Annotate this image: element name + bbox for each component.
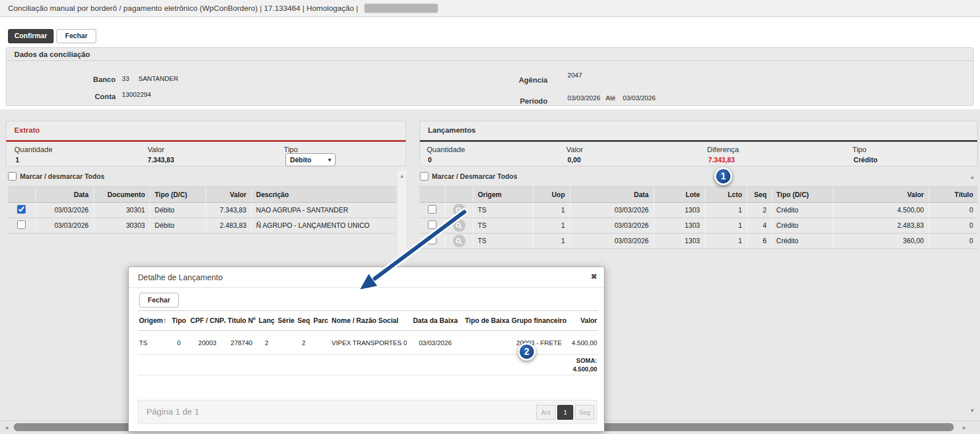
extrato-valor-label: Valor <box>148 145 164 154</box>
cell-lote: 1303 <box>654 234 705 249</box>
lanc-valor-label: Valor <box>566 145 583 154</box>
extrato-col-valor: Valor <box>206 187 251 203</box>
banco-name: SANTANDER <box>138 75 178 82</box>
cell-nome: VIPEX TRANSPORTES 008 1/2 <box>330 331 407 355</box>
col-titulo-no: Título Nº <box>226 311 258 331</box>
zoom-detail-button[interactable] <box>453 219 466 232</box>
cell-valor: 2.483,83 <box>833 218 929 234</box>
scroll-up-icon[interactable]: ▲ <box>970 174 975 180</box>
scroll-right-icon[interactable]: ► <box>962 425 967 431</box>
lanc-col-titulo: Título <box>929 187 978 203</box>
pagination-next-button[interactable]: Seg <box>575 405 594 420</box>
cell-lcto: 1 <box>705 203 747 218</box>
pagination-page-1-button[interactable]: 1 <box>557 405 573 420</box>
lanc-marcar-label: Marcar / Desmarcar Todos <box>432 173 517 181</box>
extrato-marcar-label: Marcar / desmarcar Todos <box>20 173 105 181</box>
annotation-badge-1: 1 <box>714 167 732 185</box>
pagination-prev-button[interactable]: Ant <box>536 405 556 420</box>
cell-tipo: 0 <box>169 331 189 355</box>
col-origem-label: Origem <box>139 317 163 325</box>
conta-label: Conta <box>70 92 116 101</box>
extrato-rule <box>6 140 406 142</box>
extrato-col-check <box>8 187 35 203</box>
cell-tipo: Crédito <box>771 203 833 218</box>
magnifier-icon <box>455 238 463 245</box>
magnifier-icon <box>455 207 463 214</box>
col-nome: Nome / Razão Social <box>330 311 407 331</box>
window-title-bar: Conciliação manual por borderô / pagamen… <box>0 0 980 17</box>
page-title: Conciliação manual por borderô / pagamen… <box>8 4 358 13</box>
redacted-text <box>365 4 438 13</box>
lanc-col-tipo: Tipo (D/C) <box>771 187 833 203</box>
lancamentos-panel: Lançamentos Quantidade 0 Valor 0,00 Dife… <box>419 121 978 166</box>
extrato-quantidade-value: 1 <box>15 156 19 164</box>
cell-data: 03/03/2026 <box>35 203 93 218</box>
lancamentos-table: Origem Uop Data Lote Lcto Seq Tipo (D/C)… <box>419 186 978 249</box>
lanc-row-checkbox[interactable] <box>428 220 436 229</box>
fechar-button[interactable]: Fechar <box>56 29 96 43</box>
lanc-valor-value: 0,00 <box>567 156 581 164</box>
table-row[interactable]: 03/03/2026 30301 Débito 7.343,83 NAO AGR… <box>8 203 397 218</box>
extrato-tipo-select[interactable]: Débito ▾ <box>285 153 336 166</box>
table-row[interactable]: TS 1 03/03/2026 1303 1 6 Crédito 360,00 … <box>419 234 978 249</box>
lanc-marcar-checkbox[interactable] <box>420 172 428 181</box>
cell-data: 03/03/2026 <box>570 203 654 218</box>
cell-tipo: Crédito <box>771 218 833 234</box>
pagination-bar: Página 1 de 1 Ant 1 Seg <box>138 400 597 424</box>
zoom-detail-button[interactable] <box>453 235 466 247</box>
cell-data-baixa: 03/03/2026 <box>407 331 464 355</box>
col-tipo: Tipo <box>169 311 189 331</box>
col-origem-sortable[interactable]: Origem↑ <box>138 311 169 331</box>
lanc-tipo-label: Tipo <box>852 145 867 154</box>
lancamentos-rule <box>420 140 977 142</box>
cell-descricao: Ñ AGRUPO - LANÇAMENTO UNICO <box>251 218 397 234</box>
cell-lote: 1303 <box>654 218 705 234</box>
lanc-row-checkbox[interactable] <box>428 236 436 244</box>
cell-data: 03/03/2026 <box>570 218 654 234</box>
dados-panel-title: Dados da conciliação <box>6 48 973 61</box>
col-data-baixa: Data da Baixa <box>407 311 464 331</box>
cell-seq: 2 <box>747 203 771 218</box>
cell-seq: 2 <box>296 331 311 355</box>
lanc-diferenca-label: Diferença <box>707 145 739 154</box>
confirmar-button[interactable]: Confirmar <box>8 29 54 43</box>
lanc-tipo-value: Crédito <box>854 156 877 164</box>
cell-uop: 1 <box>533 234 570 249</box>
col-serie: Série <box>276 311 296 331</box>
lanc-col-origem: Origem <box>473 187 533 203</box>
modal-fechar-button[interactable]: Fechar <box>139 293 179 308</box>
lanc-col-data: Data <box>570 187 654 203</box>
cell-parc <box>311 331 330 355</box>
lanc-col-seq: Seq <box>747 187 771 203</box>
scroll-down-icon[interactable]: ▼ <box>970 408 975 413</box>
lanc-col-check <box>419 187 445 203</box>
cell-tipo-baixa <box>464 331 509 355</box>
extrato-marcar-checkbox[interactable] <box>8 172 17 181</box>
extrato-row-checkbox[interactable] <box>17 220 26 229</box>
pagination-info: Página 1 de 1 <box>146 407 199 416</box>
banco-label: Banco <box>70 75 116 84</box>
lanc-diferenca-value: 7.343,83 <box>708 156 735 164</box>
table-row[interactable]: 03/03/2026 30303 Débito 2.483,83 Ñ AGRUP… <box>8 218 397 234</box>
scroll-up-icon[interactable]: ▲ <box>399 173 405 179</box>
cell-origem: TS <box>138 331 169 355</box>
agencia-label: Agência <box>502 76 548 84</box>
cell-uop: 1 <box>533 218 570 234</box>
extrato-col-documento: Documento <box>93 187 150 203</box>
cell-lote: 1303 <box>654 203 705 218</box>
table-row[interactable]: TS 1 03/03/2026 1303 1 2 Crédito 4.500,0… <box>419 203 978 218</box>
cell-documento: 30301 <box>93 203 150 218</box>
cell-cpf-cnpj: 20003 <box>189 331 226 355</box>
lanc-row-checkbox[interactable] <box>428 205 436 214</box>
close-icon[interactable]: ✖ <box>591 272 597 281</box>
extrato-row-checkbox[interactable] <box>17 205 26 214</box>
scroll-left-icon[interactable]: ◄ <box>4 425 9 431</box>
zoom-detail-button[interactable] <box>453 204 466 216</box>
table-row[interactable]: TS 1 03/03/2026 1303 1 4 Crédito 2.483,8… <box>419 218 978 234</box>
cell-tipo: Débito <box>150 203 206 218</box>
sort-asc-icon: ↑ <box>163 317 166 325</box>
extrato-col-descricao: Descrição <box>251 187 397 203</box>
cell-lcto: 1 <box>705 234 747 249</box>
col-seq: Seq <box>296 311 311 331</box>
cell-serie <box>276 331 296 355</box>
